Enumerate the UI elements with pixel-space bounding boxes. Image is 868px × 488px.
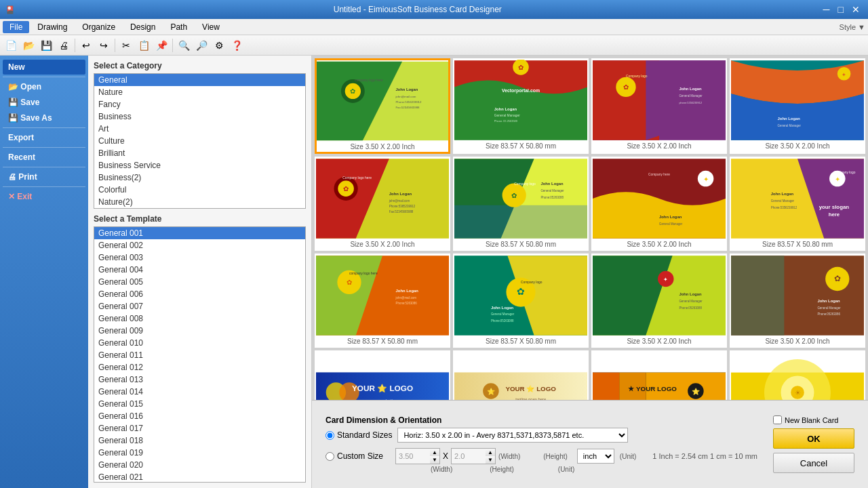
template-item-016[interactable]: General 016 <box>94 410 305 422</box>
template-list[interactable]: General 001 General 002 General 003 Gene… <box>94 226 306 483</box>
category-item-general[interactable]: General <box>94 74 305 86</box>
menu-file[interactable]: File <box>3 21 29 33</box>
template-item-014[interactable]: General 014 <box>94 386 305 398</box>
toolbar-undo[interactable]: ↩ <box>78 37 94 54</box>
template-card-11[interactable]: ✦ John Logan General Manager Phone:05263… <box>591 253 727 348</box>
nav-save[interactable]: 💾 Save <box>3 95 85 110</box>
template-card-6[interactable]: ✿ Company logo John Logan General Manage… <box>453 157 589 251</box>
template-card-9[interactable]: ✿ company logo here John Logan john@mail… <box>315 253 450 348</box>
category-list[interactable]: General Nature Fancy Business Art Cultur… <box>94 73 306 209</box>
ok-button[interactable]: OK <box>773 428 854 449</box>
category-item-culture[interactable]: Culture <box>94 135 305 147</box>
template-item-007[interactable]: General 007 <box>94 300 305 312</box>
nav-new[interactable]: New <box>3 60 85 75</box>
menu-view[interactable]: View <box>195 21 226 33</box>
template-item-008[interactable]: General 008 <box>94 312 305 325</box>
template-card-12[interactable]: ✿ John Logan General Manager Phone:05263… <box>730 253 865 348</box>
category-item-business-service[interactable]: Business Service <box>94 159 305 171</box>
nav-exit[interactable]: ✕ Exit <box>3 189 85 204</box>
toolbar-settings[interactable]: ⚙ <box>211 37 227 54</box>
template-item-004[interactable]: General 004 <box>94 264 305 276</box>
style-dropdown[interactable]: Style ▼ <box>840 23 865 31</box>
template-item-005[interactable]: General 005 <box>94 276 305 288</box>
category-item-business2[interactable]: Business(2) <box>94 171 305 184</box>
template-item-020[interactable]: General 020 <box>94 459 305 471</box>
height-down-btn[interactable]: ▼ <box>486 456 495 464</box>
template-item-003[interactable]: General 003 <box>94 251 305 264</box>
toolbar-new[interactable]: 📄 <box>3 37 19 54</box>
category-item-fancy[interactable]: Fancy <box>94 98 305 110</box>
toolbar-zoom-out[interactable]: 🔎 <box>193 37 210 54</box>
custom-size-radio[interactable]: Custom Size <box>326 451 383 461</box>
template-item-021[interactable]: General 021 <box>94 471 305 483</box>
nav-open[interactable]: 📂 Open <box>3 79 85 94</box>
toolbar-paste[interactable]: 📌 <box>153 37 170 54</box>
height-up-btn[interactable]: ▲ <box>486 449 495 456</box>
minimize-button[interactable]: ─ <box>821 4 833 15</box>
template-card-14[interactable]: ⭐ YOUR ⭐ LOGO tagline goes here <box>453 350 589 400</box>
svg-text:John Logan: John Logan <box>679 87 702 91</box>
menu-path[interactable]: Path <box>163 21 194 33</box>
svg-text:Company logo: Company logo <box>521 281 542 284</box>
template-item-017[interactable]: General 017 <box>94 422 305 434</box>
template-item-009[interactable]: General 009 <box>94 325 305 337</box>
template-card-16[interactable]: ☀ <box>730 350 865 400</box>
menu-drawing[interactable]: Drawing <box>31 21 74 33</box>
custom-size-input[interactable] <box>326 452 334 461</box>
toolbar-redo[interactable]: ↪ <box>96 37 112 54</box>
template-item-006[interactable]: General 006 <box>94 288 305 300</box>
unit-select[interactable]: inch cm mm <box>577 449 614 464</box>
category-item-nature2[interactable]: Nature(2) <box>94 196 305 208</box>
template-card-7[interactable]: ✦ Company here John Logan General Manage… <box>591 157 727 251</box>
standard-size-input[interactable] <box>326 431 334 440</box>
toolbar-zoom-in[interactable]: 🔍 <box>176 37 192 54</box>
template-item-015[interactable]: General 015 <box>94 398 305 410</box>
nav-save-as[interactable]: 💾 Save As <box>3 110 85 125</box>
template-card-4[interactable]: ✦ John Logan General Manager Size 3.50 X… <box>730 58 865 154</box>
template-card-3[interactable]: ✿ Company logo John Logan General Manage… <box>591 58 727 154</box>
template-card-2[interactable]: ✿ Vectorportal.com John Logan General Ma… <box>453 58 589 154</box>
toolbar-save[interactable]: 💾 <box>38 37 54 54</box>
template-card-15[interactable]: ⭐ ★ YOUR LOGO <box>591 350 727 400</box>
width-input[interactable] <box>396 449 430 464</box>
toolbar-open[interactable]: 📂 <box>20 37 37 54</box>
new-blank-checkbox[interactable] <box>773 415 782 424</box>
template-card-5[interactable]: ✿ Company logo here John Logan john@mail… <box>315 157 450 251</box>
menu-design[interactable]: Design <box>123 21 162 33</box>
width-down-btn[interactable]: ▼ <box>430 456 439 464</box>
standard-size-select[interactable]: Horiz: 3.50 x 2.00 in - Avery 8371,5371,… <box>397 428 628 443</box>
template-item-002[interactable]: General 002 <box>94 239 305 251</box>
nav-export[interactable]: Export <box>3 130 85 145</box>
template-item-019[interactable]: General 019 <box>94 447 305 459</box>
standard-size-radio[interactable]: Standard Sizes <box>326 430 392 440</box>
template-card-10[interactable]: ✿ Company logo John Logan General Manage… <box>453 253 589 348</box>
maximize-button[interactable]: □ <box>835 4 846 15</box>
toolbar-copy[interactable]: 📋 <box>136 37 152 54</box>
nav-recent[interactable]: Recent <box>3 150 85 165</box>
template-item-018[interactable]: General 018 <box>94 434 305 447</box>
template-item-013[interactable]: General 013 <box>94 373 305 386</box>
template-card-13[interactable]: YOUR ⭐ LOGO www.yourwebsite.com <box>315 350 450 400</box>
template-label: Select a Template <box>94 214 306 224</box>
category-item-business[interactable]: Business <box>94 110 305 123</box>
close-button[interactable]: ✕ <box>849 4 863 15</box>
template-item-011[interactable]: General 011 <box>94 349 305 361</box>
width-up-btn[interactable]: ▲ <box>430 449 439 456</box>
template-item-012[interactable]: General 012 <box>94 361 305 373</box>
template-card-8[interactable]: ✦ Company logo your slogan here John Log… <box>730 157 865 251</box>
toolbar-help[interactable]: ❓ <box>229 37 245 54</box>
category-item-colorful[interactable]: Colorful <box>94 184 305 196</box>
cancel-button[interactable]: Cancel <box>773 453 854 473</box>
templates-grid[interactable]: ✿ company logo here John Logan john@mail… <box>312 56 868 400</box>
category-item-art[interactable]: Art <box>94 123 305 135</box>
toolbar-print[interactable]: 🖨 <box>56 37 72 54</box>
template-item-010[interactable]: General 010 <box>94 337 305 349</box>
toolbar-cut[interactable]: ✂ <box>118 37 134 54</box>
template-item-001[interactable]: General 001 <box>94 227 305 239</box>
menu-organize[interactable]: Organize <box>75 21 122 33</box>
nav-print[interactable]: 🖨 Print <box>3 169 85 184</box>
template-card-1[interactable]: ✿ company logo here John Logan john@mail… <box>315 58 450 154</box>
category-item-brilliant[interactable]: Brilliant <box>94 147 305 159</box>
category-item-nature[interactable]: Nature <box>94 86 305 98</box>
height-input[interactable] <box>452 449 486 464</box>
